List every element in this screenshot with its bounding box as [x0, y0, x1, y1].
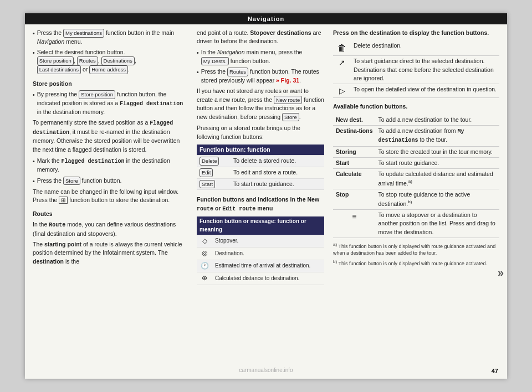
table-row: New dest. To add a new destination to th…: [333, 115, 499, 126]
routes-para-1: In the Route mode, you can define variou…: [33, 220, 188, 238]
my-destinations-btn[interactable]: My destinations: [63, 29, 104, 38]
detail-desc: To open the detailed view of the destina…: [351, 84, 499, 98]
last-destinations-btn[interactable]: Last destinations: [37, 65, 81, 74]
distance-desc: Calculated distance to destination.: [212, 272, 324, 285]
calculate-desc: To update calculated distance and estima…: [376, 169, 499, 189]
home-address-btn[interactable]: Home address: [89, 65, 128, 74]
new-dest-label: New dest.: [333, 115, 376, 126]
new-route-btn[interactable]: New route: [274, 96, 302, 105]
delete-btn[interactable]: Delete: [200, 157, 219, 166]
name-change-text: The name can be changed in the following…: [33, 188, 188, 204]
store-position-inline-btn[interactable]: Store position: [79, 90, 115, 99]
storing-desc: To store the created tour in the tour me…: [376, 146, 499, 157]
store-position-btn[interactable]: Store position: [37, 56, 74, 65]
main-content: • Press the My destinations function but…: [25, 24, 507, 291]
table-row: ◇ Stopover.: [197, 235, 324, 247]
stop-label: Stop: [333, 189, 376, 210]
bullet-dot: •: [33, 29, 35, 46]
table-row: Stop To stop route guidance to the activ…: [333, 189, 499, 210]
func-msg-header: Function button or message: function or …: [197, 216, 324, 235]
guidance-icon-cell: ↗: [333, 56, 351, 84]
store-inline-btn[interactable]: Store: [282, 113, 299, 122]
bullet-dot-2: •: [33, 49, 35, 74]
icon-function-table: 🗑 Delete destination. ↗ To start guidanc…: [333, 40, 499, 98]
bullet-3: • By pressing the Store position functio…: [33, 90, 188, 116]
right-column: Press on the destination to display the …: [333, 29, 499, 285]
edit-btn[interactable]: Edit: [200, 168, 213, 177]
function-button-table: Function button: function Delete To dele…: [197, 145, 324, 190]
table-row: ↗ To start guidance direct to the select…: [333, 56, 499, 84]
arrival-icon-cell: 🕐: [197, 260, 212, 272]
routes-btn[interactable]: Routes: [77, 56, 98, 65]
func-msg-table: Function button or message: function or …: [197, 216, 324, 285]
storing-label: Storing: [333, 146, 376, 157]
delete-dest-desc: Delete destination.: [351, 40, 499, 56]
destination-icon-cell: ◎: [197, 247, 212, 260]
start-label: Start: [333, 158, 376, 169]
end-point-para: end point of a route. Stopover destinati…: [197, 29, 324, 45]
page-number: 47: [492, 368, 498, 374]
bullet-5: • Press the Store function button.: [33, 177, 188, 185]
start-btn[interactable]: Start: [200, 180, 215, 189]
store-btn[interactable]: Store: [63, 177, 80, 185]
available-functions-table: New dest. To add a new destination to th…: [333, 115, 499, 238]
destinations-btn[interactable]: Destinations: [101, 56, 135, 65]
table-row: Storing To store the created tour in the…: [333, 146, 499, 157]
footnote-a: a) This function button is only displaye…: [333, 241, 499, 257]
stop-desc: To stop route guidance to the active des…: [376, 189, 499, 210]
header-title: Navigation: [248, 16, 284, 22]
table-row: 🕐 Estimated time of arrival at destinati…: [197, 260, 324, 272]
table-row: ⊕ Calculated distance to destination.: [197, 272, 324, 285]
func-indications-title: Function buttons and indications in the …: [197, 195, 324, 213]
destination-desc: Destination.: [212, 247, 324, 260]
bullet-nav-1-text: In the Navigation main menu, press the M…: [201, 48, 324, 65]
arrival-desc: Estimated time of arrival at destination…: [212, 260, 324, 272]
press-dest-text: Press on the destination to display the …: [333, 29, 499, 37]
table-row: ▷ To open the detailed view of the desti…: [333, 84, 499, 98]
bullet-nav-2: • Press the Routes function button. The …: [197, 68, 324, 85]
bullet-dot-3: •: [33, 91, 35, 116]
destinations-label: Destina-tions: [333, 125, 376, 146]
bullet-dot-n2: •: [197, 68, 199, 85]
destinations-desc: To add a new destination from My destina…: [376, 125, 499, 146]
delete-desc: To delete a stored route.: [231, 156, 324, 167]
move-desc: To move a stopover or a destination to a…: [376, 210, 499, 238]
table-row: Destina-tions To add a new destination f…: [333, 125, 499, 146]
distance-icon-cell: ⊕: [197, 272, 212, 285]
routes-title: Routes: [33, 210, 188, 218]
store-position-title: Store position: [33, 80, 188, 88]
table-row: 🗑 Delete destination.: [333, 40, 499, 56]
routes-nav-btn[interactable]: Routes: [227, 68, 248, 76]
bullet-nav-1: • In the Navigation main menu, press the…: [197, 48, 324, 65]
new-dest-desc: To add a new destination to the tour.: [376, 115, 499, 126]
no-routes-para: If you have not stored any routes or wan…: [197, 87, 324, 121]
table-row: Calculate To update calculated distance …: [333, 169, 499, 189]
guidance-desc: To start guidance direct to the selected…: [351, 56, 499, 84]
stored-route-para: Pressing on a stored route brings up the…: [197, 124, 324, 141]
page-header: Navigation: [25, 13, 507, 24]
table-row: Edit To edit and store a route.: [197, 167, 324, 178]
delete-icon-cell: 🗑: [333, 40, 351, 56]
bullet-4: • Mark the Flagged destination in the de…: [33, 157, 188, 174]
footnotes: a) This function button is only displaye…: [333, 241, 499, 267]
start-desc-avail: To start route guidance.: [376, 158, 499, 169]
bullet-dot-5: •: [33, 177, 35, 185]
stopover-icon-cell: ◇: [197, 235, 212, 247]
bullet-dot-4: •: [33, 157, 35, 174]
store-para-2: To permanently store the saved position …: [33, 118, 188, 153]
next-page-arrow[interactable]: »: [498, 266, 504, 279]
left-column: • Press the My destinations function but…: [33, 29, 188, 285]
func-table-header: Function button: function: [197, 145, 324, 156]
table-row: ◎ Destination.: [197, 247, 324, 260]
bullet-2: • Select the desired function button. St…: [33, 48, 188, 74]
table-row: ≡ To move a stopover or a destination to…: [333, 210, 499, 238]
table-row: Delete To delete a stored route.: [197, 156, 324, 167]
my-dests-btn[interactable]: My Dests.: [201, 57, 229, 66]
detail-icon-cell: ▷: [333, 84, 351, 98]
bullet-3-text: By pressing the Store position function …: [37, 90, 188, 116]
page: Navigation • Press the My destinations f…: [25, 13, 507, 379]
bullet-5-text: Press the Store function button.: [37, 177, 122, 185]
bullet-nav-2-text: Press the Routes function button. The ro…: [201, 68, 324, 85]
bullet-2-text: Select the desired function button. Stor…: [37, 48, 136, 74]
edit-desc: To edit and store a route.: [231, 167, 324, 178]
